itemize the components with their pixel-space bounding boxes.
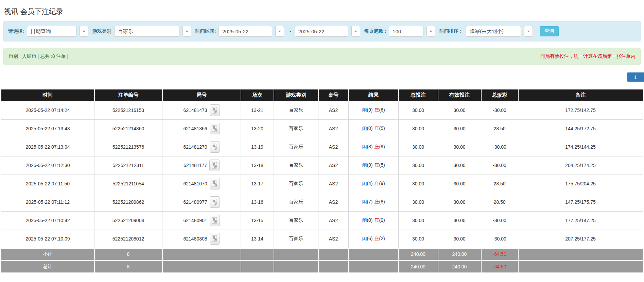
header-session: 场次	[241, 89, 274, 101]
result-banker-label: 庄	[375, 199, 379, 204]
table-row: 2025-05-22 07:13:04 522521213576 6214812…	[1, 138, 643, 156]
video-replay-button[interactable]	[210, 104, 220, 116]
film-icon	[212, 144, 217, 151]
page-size-select[interactable]: 100	[389, 26, 423, 37]
cell-remark: 177.25/147.25	[518, 211, 643, 230]
grand-total-count: 8	[94, 260, 162, 272]
date-from-caret-button[interactable]	[275, 26, 284, 37]
cell-result: 闲(4)庄(9)	[349, 175, 399, 193]
round-id-text: 621481473	[183, 107, 207, 113]
video-replay-button[interactable]	[210, 123, 220, 134]
cell-total-bet-link[interactable]: 30.00	[399, 138, 438, 156]
query-type-select[interactable]: 日期查询	[27, 26, 76, 37]
cell-table-no: AS2	[318, 230, 349, 248]
result-banker-score: (9)	[379, 181, 385, 186]
cell-session: 13-14	[241, 230, 274, 248]
cell-total-bet-link[interactable]: 30.00	[399, 119, 438, 138]
result-player-score: (9)	[367, 107, 372, 113]
time-sort-caret-button[interactable]	[524, 26, 533, 37]
video-replay-button[interactable]	[210, 178, 220, 189]
query-type-label: 请选择:	[8, 28, 24, 34]
header-time: 时间	[1, 89, 94, 101]
cell-round-id: 621480977	[162, 193, 241, 211]
cell-time: 2025-05-22 07:13:04	[1, 138, 94, 156]
cell-bet-id: 522521216153	[94, 101, 162, 119]
result-banker-label: 庄	[375, 107, 379, 113]
cell-total-bet-link[interactable]: 30.00	[399, 230, 438, 248]
filter-bar: 请选择: 日期查询 游戏类别 百家乐 时间区间: 2025-05-22 ~ 20…	[3, 21, 641, 42]
date-from-select[interactable]: 2025-05-22	[219, 26, 272, 37]
time-sort-select[interactable]: 降幂(由大到小)	[466, 26, 521, 37]
cell-bet-id: 522521212311	[94, 156, 162, 175]
cell-table-no: AS2	[318, 156, 349, 175]
result-player-score: (9)	[367, 162, 372, 168]
cell-result: 闲(7)庄(8)	[349, 193, 399, 211]
cell-round-id: 621480901	[162, 211, 241, 230]
date-range-separator: ~	[289, 29, 291, 34]
round-id-text: 621481177	[184, 163, 207, 168]
cell-session: 13-18	[241, 156, 274, 175]
subtotal-count: 8	[94, 248, 162, 260]
cell-total-bet-link[interactable]: 30.00	[399, 211, 438, 230]
cell-bet-id: 522521213576	[94, 138, 162, 156]
video-replay-button[interactable]	[210, 215, 220, 226]
video-replay-button[interactable]	[210, 141, 220, 153]
cell-valid-bet: 30.00	[438, 211, 481, 230]
result-player-label: 闲	[362, 126, 367, 131]
table-row: 2025-05-22 07:11:12 522521209862 6214809…	[1, 193, 643, 211]
cell-valid-bet: 30.00	[438, 175, 481, 193]
result-banker-score: (6)	[379, 107, 385, 113]
game-category-caret-button[interactable]	[182, 26, 191, 37]
page-size-value: 100	[393, 29, 401, 34]
film-icon	[212, 199, 217, 206]
date-to-select[interactable]: 2025-05-22	[295, 26, 348, 37]
cell-total-bet-link[interactable]: 30.00	[399, 193, 438, 211]
cell-game-category: 百家乐	[274, 156, 318, 175]
video-replay-button[interactable]	[210, 233, 220, 245]
cell-table-no: AS2	[318, 101, 349, 119]
pagination-page-1[interactable]: 1	[627, 72, 644, 82]
film-icon	[212, 125, 217, 132]
table-row: 2025-05-22 07:13:43 522521214860 6214813…	[1, 119, 643, 138]
game-category-value: 百家乐	[118, 28, 133, 35]
cell-valid-bet: 30.00	[438, 193, 481, 211]
cell-total-bet-link[interactable]: 30.00	[399, 156, 438, 175]
cell-valid-bet: 30.00	[438, 101, 481, 119]
grand-total-label: 总计	[1, 260, 94, 272]
cell-total-bet-link[interactable]: 30.00	[399, 175, 438, 193]
cell-time: 2025-05-22 07:10:42	[1, 211, 94, 230]
cell-payout: 28.50	[481, 119, 518, 138]
cell-round-id: 621481270	[162, 138, 241, 156]
cell-payout: 28.50	[481, 193, 518, 211]
cell-time: 2025-05-22 07:12:30	[1, 156, 94, 175]
video-replay-button[interactable]	[210, 196, 220, 208]
page-size-caret-button[interactable]	[427, 26, 435, 37]
cell-valid-bet: 30.00	[438, 156, 481, 175]
time-sort-value: 降幂(由大到小)	[470, 28, 504, 35]
cell-time: 2025-05-22 07:14:24	[1, 101, 94, 119]
cell-game-category: 百家乐	[274, 175, 318, 193]
date-to-caret-button[interactable]	[351, 26, 360, 37]
cell-total-bet-link[interactable]: 30.00	[399, 101, 438, 119]
round-id-text: 621480901	[183, 218, 207, 223]
header-round-id: 局号	[162, 89, 241, 101]
result-player-label: 闲	[362, 144, 367, 149]
result-banker-label: 庄	[375, 162, 379, 168]
cell-session: 13-15	[241, 211, 274, 230]
game-category-select[interactable]: 百家乐	[114, 26, 179, 37]
cell-payout: -30.00	[481, 138, 518, 156]
query-type-caret-button[interactable]	[80, 26, 88, 37]
video-replay-button[interactable]	[209, 160, 220, 171]
betting-records-table: 时间 注单编号 局号 场次 游戏类别 桌号 结果 总投注 有效投注 总派彩 备注…	[1, 89, 643, 272]
cell-remark: 204.25/174.25	[518, 156, 643, 175]
film-icon	[212, 162, 217, 169]
header-table-no: 桌号	[318, 89, 349, 101]
header-valid-bet: 有效投注	[438, 89, 481, 101]
result-banker-label: 庄	[375, 236, 379, 241]
subtotal-valid-bet: 240.00	[438, 248, 481, 260]
header-bet-id: 注单编号	[94, 89, 162, 101]
result-banker-score: (8)	[379, 199, 385, 204]
game-category-label: 游戏类别	[92, 28, 111, 34]
date-from-value: 2025-05-22	[222, 29, 248, 34]
search-button[interactable]: 查询	[540, 26, 559, 36]
